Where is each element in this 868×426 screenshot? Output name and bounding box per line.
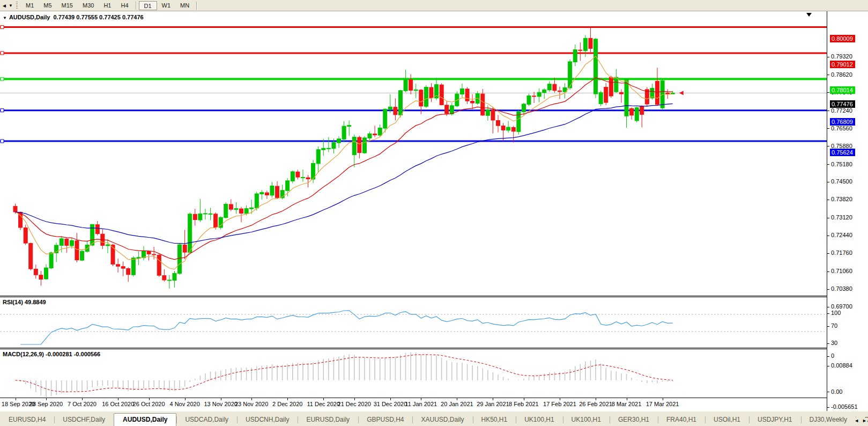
- timeframe-button-m5[interactable]: M5: [39, 1, 56, 10]
- toolbar-separator: [136, 2, 137, 10]
- chart-tab-fra40-h1[interactable]: FRA40,H1: [658, 414, 705, 426]
- pivot-line-handle[interactable]: [1, 77, 4, 80]
- chart-tab-audusd-daily[interactable]: AUDUSD,Daily: [114, 413, 176, 426]
- tab-scroll-controls: ◄ ►: [851, 418, 867, 423]
- chart-tab-dj30-weekly[interactable]: DJ30,Weekly: [801, 414, 856, 426]
- timeframe-button-mn[interactable]: MN: [175, 1, 194, 10]
- chart-tab-usdcnh-daily[interactable]: USDCNH,Daily: [237, 414, 298, 426]
- chart-tab-usdjpy-h1[interactable]: USDJPY,H1: [749, 414, 800, 426]
- tab-scroll-left-icon[interactable]: ◄: [854, 418, 859, 423]
- window-menu-icon[interactable]: ▼: [3, 16, 7, 20]
- bull-candle: [291, 172, 294, 181]
- dropdown-caret-icon[interactable]: ▼: [9, 3, 15, 8]
- chart-tab-eurusd-h4[interactable]: EURUSD,H4: [0, 414, 54, 426]
- bull-candle: [60, 239, 63, 246]
- timeframe-button-h1[interactable]: H1: [99, 1, 116, 10]
- timeframe-button-m1[interactable]: M1: [21, 1, 39, 10]
- price-axis[interactable]: 0.793200.786200.779400.772400.765600.758…: [827, 11, 867, 411]
- bull-candle: [80, 251, 84, 260]
- bull-candle: [203, 214, 207, 214]
- chart-tab-usdchf-daily[interactable]: USDCHF,Daily: [54, 414, 114, 426]
- bull-candle: [85, 245, 89, 252]
- macd-pane[interactable]: MACD(12,26,9) -0.000281 -0.000566: [0, 349, 827, 398]
- bear-candle: [578, 50, 582, 50]
- bear-candle: [445, 105, 449, 114]
- chart-symbol-period: AUDUSD,Daily: [9, 14, 50, 20]
- chart-tab-bar: EURUSD,H4USDCHF,DailyAUDUSD,DailyUSDCAD,…: [0, 411, 868, 426]
- chart-tab-usdcad-daily[interactable]: USDCAD,Daily: [176, 414, 237, 426]
- bear-candle: [419, 90, 423, 106]
- price-tick: 0.73820: [827, 195, 852, 203]
- bull-candle: [342, 126, 346, 139]
- bear-candle: [373, 134, 377, 135]
- price-tick: 0.78620: [827, 71, 852, 78]
- date-tick: [287, 398, 288, 400]
- bull-candle: [537, 92, 541, 97]
- bear-candle: [440, 85, 443, 105]
- timeframe-button-m15[interactable]: M15: [57, 1, 78, 10]
- bear-candle: [240, 209, 243, 213]
- timeframe-button-h4[interactable]: H4: [116, 1, 133, 10]
- price-chart-canvas[interactable]: [0, 11, 827, 296]
- bull-candle: [399, 91, 403, 115]
- date-label: 28 Sep 2020: [29, 401, 63, 407]
- time-axis[interactable]: 18 Sep 202028 Sep 20207 Oct 202016 Oct 2…: [0, 398, 827, 411]
- timeframe-button-d1[interactable]: D1: [139, 1, 157, 10]
- price-pane[interactable]: ▼AUDUSD,Daily 0.77439 0.77555 0.77425 0.…: [0, 11, 827, 296]
- chart-tab-uk100-h1[interactable]: UK100,H1: [516, 414, 562, 426]
- price-badge: 0.76809: [830, 118, 855, 126]
- chart-title: ▼AUDUSD,Daily 0.77439 0.77555 0.77425 0.…: [3, 14, 144, 20]
- bull-candle: [244, 209, 248, 214]
- chart-tab-ger30-h1[interactable]: GER30,H1: [610, 414, 658, 426]
- price-tick: 0.75180: [827, 160, 852, 168]
- ma-fast-orange: [16, 56, 673, 269]
- support-line-2-handle[interactable]: [1, 139, 4, 143]
- bear-candle: [306, 178, 310, 179]
- rsi-canvas[interactable]: [0, 297, 827, 348]
- bull-candle: [327, 148, 330, 149]
- bear-candle: [65, 239, 69, 245]
- bear-candle: [558, 91, 561, 91]
- bull-candle: [414, 90, 418, 90]
- rsi-pane[interactable]: RSI(14) 49.8849: [0, 297, 827, 348]
- bull-candle: [270, 186, 274, 195]
- resistance-line-1-handle[interactable]: [1, 26, 4, 29]
- macd-canvas[interactable]: [0, 349, 827, 398]
- support-line-1-handle[interactable]: [1, 109, 4, 112]
- bear-candle: [429, 87, 433, 98]
- date-tick: [46, 398, 47, 400]
- date-label: 31 Dec 2020: [374, 401, 407, 407]
- bear-candle: [491, 110, 495, 120]
- chart-tab-gbpusd-h4[interactable]: GBPUSD,H4: [358, 414, 412, 426]
- chart-tab-xauusd-daily[interactable]: XAUUSD,Daily: [412, 414, 472, 426]
- chart-tab-eurusd-daily[interactable]: EURUSD,Daily: [298, 414, 358, 426]
- bull-candle: [583, 38, 587, 50]
- bear-candle: [409, 79, 413, 90]
- price-tick: 0.71760: [827, 249, 852, 256]
- date-tick: [457, 398, 457, 400]
- date-label: 4 Nov 2020: [169, 401, 199, 407]
- price-badge: 0.79012: [830, 61, 855, 68]
- chart-arrow-icon[interactable]: ◄: [0, 3, 9, 9]
- bull-candle: [368, 134, 372, 138]
- bear-candle: [95, 225, 99, 234]
- date-tick: [627, 398, 627, 400]
- timeframe-button-m30[interactable]: M30: [78, 1, 99, 10]
- bull-candle: [388, 107, 392, 109]
- date-label: 11 Jan 2021: [405, 401, 437, 407]
- date-tick: [354, 398, 355, 400]
- tab-scroll-right-icon[interactable]: ►: [862, 418, 867, 423]
- bull-candle: [234, 209, 238, 210]
- chart-tab-uk100-h1[interactable]: UK100,H1: [563, 414, 610, 426]
- bear-candle: [13, 206, 17, 212]
- chart-tab-usoil-h1[interactable]: USOil,H1: [705, 414, 749, 426]
- timeframe-button-w1[interactable]: W1: [157, 1, 176, 10]
- bear-candle: [121, 267, 125, 268]
- resistance-line-2-handle[interactable]: [1, 52, 4, 55]
- bull-candle: [173, 273, 176, 280]
- bear-candle: [471, 101, 474, 103]
- bear-candle: [640, 106, 644, 114]
- chart-tab-hk50-h1[interactable]: HK50,H1: [473, 414, 516, 426]
- bear-candle: [157, 255, 161, 275]
- bull-candle: [543, 90, 546, 92]
